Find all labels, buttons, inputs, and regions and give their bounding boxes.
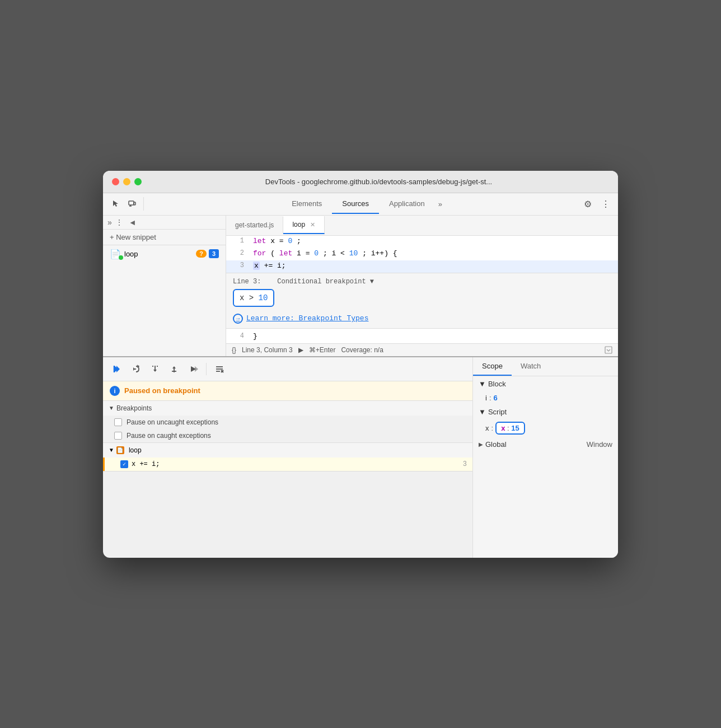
scope-key-i: i [485,394,487,402]
block-arrow-icon: ▼ [479,380,486,388]
window-title: DevTools - googlechrome.github.io/devtoo… [148,178,609,186]
snippet-loop-item[interactable]: 📄 loop ? 3 [103,245,226,263]
breakpoint-num-badge: 3 [209,249,219,258]
dropdown-icon[interactable] [605,346,612,354]
more-tabs-button[interactable]: » [435,198,446,211]
bp-line-label: Line 3: [233,278,261,286]
code-text: ; [297,237,301,245]
bp-line-num: 3 [463,460,467,468]
deactivate-button[interactable] [211,361,228,377]
sidebar-toolbar: » ⋮ ◄ [103,216,226,230]
pause-caught-item: Pause on caught exceptions [103,429,472,442]
step-over-button[interactable] [128,361,144,377]
tab-scope[interactable]: Scope [473,357,512,376]
script-section-header[interactable]: ▼ Script [473,404,618,419]
device-icon[interactable] [124,196,140,212]
coverage-status: Coverage: n/a [341,346,383,354]
block-section-header[interactable]: ▼ Block [473,376,618,391]
snippet-name: loop [124,250,194,258]
green-dot-icon [119,255,123,260]
breakpoint-popup: Line 3: Conditional breakpoint ▼ x > 10 … [226,273,618,329]
loop-name: loop [129,446,142,454]
file-tab-loop[interactable]: loop ✕ [283,216,325,234]
line-num-2: 2 [226,248,249,258]
breakpoints-header[interactable]: ▼ Breakpoints [103,401,472,416]
bp-check-icon: ✓ [120,460,128,468]
status-bar: {} Line 3, Column 3 ▶ ⌘+Enter Coverage: … [226,343,618,356]
script-label: Script [488,408,507,416]
code-num-zero: 0 [314,249,319,258]
loop-arrow-icon: ▼ [109,447,114,453]
svg-marker-5 [114,366,120,372]
file-tab-get-started[interactable]: get-started.js [226,217,283,234]
kw-let2: let [279,249,292,258]
code-text: x = [270,237,288,245]
learn-more-text: Learn more: Breakpoint Types [246,314,368,323]
top-toolbar: Elements Sources Application » ⚙ ⋮ [103,193,618,216]
file-tabs: get-started.js loop ✕ [226,216,618,236]
traffic-lights [112,178,142,185]
scope-tabs: Scope Watch [473,357,618,376]
code-num-10: 10 [349,249,358,258]
script-arrow-icon: ▼ [479,408,486,416]
global-item[interactable]: ▶ Global Window [473,437,618,452]
minimize-button[interactable] [123,178,130,185]
sidebar-more-btn[interactable]: » [107,218,112,227]
step-out-button[interactable] [166,361,182,377]
pause-uncaught-checkbox[interactable] [114,418,122,426]
line-content-3: x += i; [249,260,618,271]
scope-num-x: 15 [511,424,519,432]
new-snippet-label: + New snippet [110,233,156,241]
code-editor[interactable]: 1 let x = 0 ; 2 for ( let i = [226,236,618,343]
code-text: ; i++) { [362,249,397,258]
scope-colon-2: : [491,424,494,432]
arrow-circle-icon: → [233,314,243,324]
code-line-4: 4 } [226,331,618,343]
more-options-icon[interactable]: ⋮ [598,196,614,212]
learn-more-link[interactable]: → Learn more: Breakpoint Types [233,314,611,324]
code-text: i = [297,249,314,258]
scope-panel: Scope Watch ▼ Block i : 6 ▼ Script x : [472,357,618,558]
paused-banner: i Paused on breakpoint [103,381,472,401]
svg-marker-14 [172,366,176,368]
cursor-icon[interactable] [107,196,123,212]
line-num-3: 3 [226,260,249,270]
settings-icon[interactable]: ⚙ [580,196,596,212]
title-bar: DevTools - googlechrome.github.io/devtoo… [103,171,618,193]
pause-uncaught-item: Pause on uncaught exceptions [103,416,472,429]
svg-rect-0 [129,201,134,205]
tab-elements[interactable]: Elements [282,194,332,214]
step-button[interactable] [185,361,202,377]
new-snippet-button[interactable]: + New snippet [103,230,226,245]
x-inline-highlight: x [253,262,260,270]
sidebar-nav-btn[interactable]: ◄ [129,218,137,227]
kw-let: let [253,237,266,245]
run-icon[interactable]: ▶ [298,346,303,354]
x-value-badge: x : 15 [495,422,525,435]
debug-divider [206,363,207,375]
tab-sources[interactable]: Sources [332,194,379,214]
pause-caught-label: Pause on caught exceptions [127,432,211,440]
breakpoints-arrow-icon: ▼ [109,405,114,411]
step-into-button[interactable] [147,361,163,377]
scope-val-x-highlight: x : 15 [495,422,525,435]
format-icon[interactable]: {} [232,346,236,354]
maximize-button[interactable] [134,178,142,185]
bp-expression-input[interactable]: x > 10 [233,289,274,307]
bp-line-item[interactable]: ✓ x += i; 3 [103,458,472,471]
scope-val-i: 6 [494,394,498,402]
debug-toolbar [103,357,472,381]
tab-application[interactable]: Application [379,194,435,214]
sidebar-menu-btn[interactable]: ⋮ [115,218,123,227]
resume-button[interactable] [109,361,125,377]
bottom-area: i Paused on breakpoint ▼ Breakpoints Pau… [103,356,618,558]
breakpoints-label: Breakpoints [116,404,152,412]
pause-caught-checkbox[interactable] [114,432,122,440]
paused-text: Paused on breakpoint [124,386,200,395]
close-button[interactable] [112,178,119,185]
global-label: Global [485,440,584,449]
run-shortcut: ⌘+Enter [309,346,336,354]
file-tab-close-icon[interactable]: ✕ [310,221,315,228]
loop-header[interactable]: ▼ 📄 loop [103,443,472,458]
tab-watch[interactable]: Watch [512,357,550,376]
